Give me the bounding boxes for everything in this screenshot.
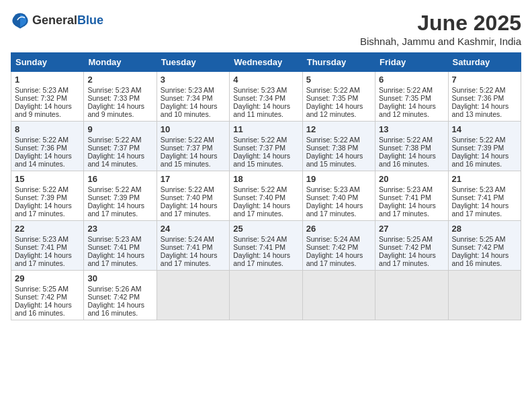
daylight-text: Daylight: 14 hours and 9 minutes. [15, 102, 80, 118]
day-number: 26 [306, 224, 371, 234]
daylight-text: Daylight: 14 hours and 16 minutes. [379, 152, 444, 168]
daylight-text: Daylight: 14 hours and 14 minutes. [15, 152, 80, 168]
table-cell: 16Sunrise: 5:22 AMSunset: 7:39 PMDayligh… [84, 171, 157, 221]
daylight-text: Daylight: 14 hours and 15 minutes. [306, 152, 371, 168]
table-cell: 17Sunrise: 5:22 AMSunset: 7:40 PMDayligh… [157, 171, 229, 221]
table-cell: 29Sunrise: 5:25 AMSunset: 7:42 PMDayligh… [11, 271, 84, 320]
sunrise-text: Sunrise: 5:22 AM [379, 136, 444, 144]
day-number: 18 [233, 174, 298, 184]
daylight-text: Daylight: 14 hours and 17 minutes. [379, 201, 444, 218]
sunset-text: Sunset: 7:42 PM [452, 243, 517, 251]
header-row: Sunday Monday Tuesday Wednesday Thursday… [11, 53, 521, 72]
sunset-text: Sunset: 7:38 PM [306, 144, 371, 152]
title-area: June 2025 Bishnah, Jammu and Kashmir, In… [360, 11, 521, 47]
logo-blue: Blue [77, 13, 103, 27]
sunrise-text: Sunrise: 5:22 AM [15, 136, 80, 144]
daylight-text: Daylight: 14 hours and 9 minutes. [87, 102, 152, 118]
main-title: June 2025 [360, 11, 521, 36]
sunset-text: Sunset: 7:41 PM [452, 193, 517, 201]
sunrise-text: Sunrise: 5:24 AM [233, 235, 298, 243]
daylight-text: Daylight: 14 hours and 17 minutes. [15, 201, 80, 218]
calendar-header: Sunday Monday Tuesday Wednesday Thursday… [11, 53, 521, 72]
daylight-text: Daylight: 14 hours and 16 minutes. [15, 301, 80, 317]
sunset-text: Sunset: 7:41 PM [379, 193, 444, 201]
logo-text: GeneralBlue [32, 13, 103, 28]
table-cell: 14Sunrise: 5:22 AMSunset: 7:39 PMDayligh… [448, 122, 521, 171]
sunset-text: Sunset: 7:35 PM [379, 94, 444, 102]
sunset-text: Sunset: 7:41 PM [161, 243, 226, 251]
daylight-text: Daylight: 14 hours and 16 minutes. [452, 152, 517, 168]
day-number: 13 [379, 124, 444, 134]
calendar-row: 15Sunrise: 5:22 AMSunset: 7:39 PMDayligh… [11, 171, 521, 221]
table-cell: 20Sunrise: 5:23 AMSunset: 7:41 PMDayligh… [375, 171, 448, 221]
daylight-text: Daylight: 14 hours and 17 minutes. [306, 251, 371, 267]
sunset-text: Sunset: 7:41 PM [233, 243, 298, 251]
daylight-text: Daylight: 14 hours and 12 minutes. [379, 102, 444, 118]
sunset-text: Sunset: 7:40 PM [306, 193, 371, 201]
header: GeneralBlue June 2025 Bishnah, Jammu and… [11, 11, 521, 47]
daylight-text: Daylight: 14 hours and 17 minutes. [87, 201, 152, 218]
day-number: 5 [306, 75, 371, 85]
table-cell [302, 271, 375, 320]
sunset-text: Sunset: 7:42 PM [15, 293, 80, 301]
sunset-text: Sunset: 7:42 PM [87, 293, 152, 301]
sunrise-text: Sunrise: 5:25 AM [379, 235, 444, 243]
sunrise-text: Sunrise: 5:22 AM [306, 86, 371, 94]
table-cell: 12Sunrise: 5:22 AMSunset: 7:38 PMDayligh… [302, 122, 375, 171]
day-number: 23 [87, 224, 152, 234]
logo-general: General [32, 13, 77, 27]
sunrise-text: Sunrise: 5:23 AM [87, 235, 152, 243]
sunset-text: Sunset: 7:34 PM [233, 94, 298, 102]
table-cell: 22Sunrise: 5:23 AMSunset: 7:41 PMDayligh… [11, 221, 84, 271]
day-number: 14 [452, 124, 517, 134]
table-cell: 5Sunrise: 5:22 AMSunset: 7:35 PMDaylight… [302, 72, 375, 122]
sunset-text: Sunset: 7:37 PM [161, 144, 226, 152]
day-number: 27 [379, 224, 444, 234]
sunset-text: Sunset: 7:39 PM [452, 144, 517, 152]
day-number: 22 [15, 224, 80, 234]
day-number: 16 [87, 174, 152, 184]
table-cell [157, 271, 229, 320]
day-number: 17 [161, 174, 226, 184]
calendar-row: 8Sunrise: 5:22 AMSunset: 7:36 PMDaylight… [11, 122, 521, 171]
day-number: 25 [233, 224, 298, 234]
day-number: 20 [379, 174, 444, 184]
daylight-text: Daylight: 14 hours and 15 minutes. [161, 152, 226, 168]
calendar-table: Sunday Monday Tuesday Wednesday Thursday… [11, 52, 521, 320]
calendar-row: 29Sunrise: 5:25 AMSunset: 7:42 PMDayligh… [11, 271, 521, 320]
daylight-text: Daylight: 14 hours and 15 minutes. [233, 152, 298, 168]
table-cell [230, 271, 302, 320]
sunrise-text: Sunrise: 5:22 AM [161, 136, 226, 144]
daylight-text: Daylight: 14 hours and 17 minutes. [379, 251, 444, 267]
sunset-text: Sunset: 7:40 PM [233, 193, 298, 201]
sunset-text: Sunset: 7:35 PM [306, 94, 371, 102]
day-number: 12 [306, 124, 371, 134]
sunrise-text: Sunrise: 5:22 AM [452, 136, 517, 144]
calendar-body: 1Sunrise: 5:23 AMSunset: 7:32 PMDaylight… [11, 72, 521, 320]
sunrise-text: Sunrise: 5:22 AM [233, 185, 298, 193]
daylight-text: Daylight: 14 hours and 17 minutes. [161, 251, 226, 267]
table-cell: 3Sunrise: 5:23 AMSunset: 7:34 PMDaylight… [157, 72, 229, 122]
sunrise-text: Sunrise: 5:25 AM [452, 235, 517, 243]
sunset-text: Sunset: 7:34 PM [161, 94, 226, 102]
calendar-row: 22Sunrise: 5:23 AMSunset: 7:41 PMDayligh… [11, 221, 521, 271]
table-cell: 19Sunrise: 5:23 AMSunset: 7:40 PMDayligh… [302, 171, 375, 221]
sunset-text: Sunset: 7:41 PM [87, 243, 152, 251]
daylight-text: Daylight: 14 hours and 17 minutes. [233, 201, 298, 218]
logo: GeneralBlue [11, 11, 103, 30]
sunset-text: Sunset: 7:37 PM [233, 144, 298, 152]
daylight-text: Daylight: 14 hours and 16 minutes. [87, 301, 152, 317]
table-cell: 2Sunrise: 5:23 AMSunset: 7:33 PMDaylight… [84, 72, 157, 122]
table-cell: 8Sunrise: 5:22 AMSunset: 7:36 PMDaylight… [11, 122, 84, 171]
sunrise-text: Sunrise: 5:23 AM [452, 185, 517, 193]
sunrise-text: Sunrise: 5:25 AM [15, 285, 80, 293]
daylight-text: Daylight: 14 hours and 17 minutes. [452, 201, 517, 218]
table-cell: 6Sunrise: 5:22 AMSunset: 7:35 PMDaylight… [375, 72, 448, 122]
table-cell: 18Sunrise: 5:22 AMSunset: 7:40 PMDayligh… [230, 171, 302, 221]
daylight-text: Daylight: 14 hours and 17 minutes. [306, 201, 371, 218]
header-thursday: Thursday [302, 53, 375, 72]
day-number: 6 [379, 75, 444, 85]
table-cell: 23Sunrise: 5:23 AMSunset: 7:41 PMDayligh… [84, 221, 157, 271]
day-number: 21 [452, 174, 517, 184]
day-number: 30 [87, 273, 152, 283]
